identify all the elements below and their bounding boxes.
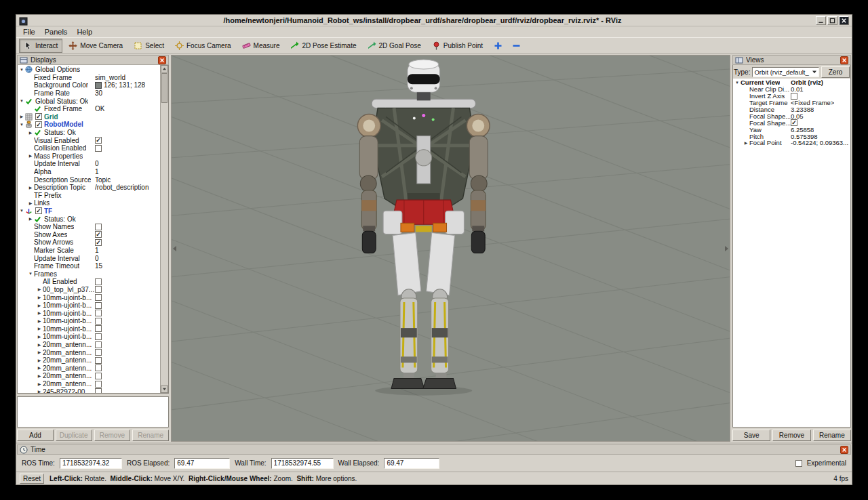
expand-arrow-icon[interactable]: ▶ xyxy=(36,349,43,356)
expand-arrow-icon[interactable]: ▶ xyxy=(743,140,749,146)
value-checkbox[interactable] xyxy=(95,310,102,316)
property-value[interactable]: 15 xyxy=(95,262,102,270)
collapse-right-panel-handle[interactable] xyxy=(725,246,728,251)
expand-arrow-icon[interactable]: ▶ xyxy=(36,357,43,364)
expand-arrow-icon[interactable]: ▶ xyxy=(36,333,43,340)
expand-arrow-icon[interactable]: ▶ xyxy=(27,129,34,136)
collapse-arrow-icon[interactable]: ▼ xyxy=(18,207,25,214)
displays-scrollbar[interactable] xyxy=(160,65,168,393)
tree-row[interactable]: Collision Enabled xyxy=(18,144,159,152)
tree-row[interactable]: Description SourceTopic xyxy=(18,175,159,184)
tree-row[interactable]: ▶10mm-ujoint-b... xyxy=(18,325,159,333)
enable-checkbox[interactable]: ✓ xyxy=(35,207,42,214)
tree-row[interactable]: ▶✓Grid xyxy=(18,113,159,121)
property-value[interactable]: 0.575398 xyxy=(791,133,818,140)
remove-tool-button[interactable] xyxy=(509,39,524,53)
3d-viewport[interactable] xyxy=(171,55,730,442)
property-value[interactable]: 126; 131; 128 xyxy=(104,81,145,89)
property-value[interactable]: 3.23388 xyxy=(791,106,814,113)
property-value[interactable]: 1 xyxy=(95,247,99,254)
tree-row[interactable]: ▶10mm-ujoint-b... xyxy=(18,333,159,341)
collapse-arrow-icon[interactable]: ▼ xyxy=(18,98,25,104)
views-remove-button[interactable]: Remove xyxy=(772,430,810,441)
collapse-left-panel-handle[interactable] xyxy=(173,246,176,251)
tree-row[interactable]: Fixed Framesim_world xyxy=(18,74,159,82)
value-checkbox[interactable] xyxy=(95,341,102,348)
value-checkbox[interactable] xyxy=(95,388,102,394)
tool-focus-camera[interactable]: Focus Camera xyxy=(170,39,236,53)
value-checkbox[interactable] xyxy=(95,357,102,364)
tool-measure[interactable]: Measure xyxy=(237,39,285,53)
enable-checkbox[interactable]: ✓ xyxy=(35,121,42,128)
displays-add-button[interactable]: Add xyxy=(17,430,54,441)
property-value[interactable]: 30 xyxy=(95,89,102,97)
tree-row[interactable]: Update Interval0 xyxy=(18,160,159,168)
expand-arrow-icon[interactable]: ▶ xyxy=(36,286,43,293)
expand-arrow-icon[interactable]: ▶ xyxy=(18,113,25,120)
tool-interact[interactable]: Interact xyxy=(19,39,62,53)
reset-button[interactable]: Reset xyxy=(20,474,44,484)
value-checkbox[interactable]: ✓ xyxy=(791,119,797,126)
property-value[interactable]: sim_world xyxy=(95,74,125,81)
tree-row[interactable]: ▼Frames xyxy=(18,270,159,278)
tree-row[interactable]: ▶20mm_antenn... xyxy=(18,348,159,356)
collapse-arrow-icon[interactable]: ▼ xyxy=(18,121,25,128)
tree-row[interactable]: ▶Description Topic/robot_description xyxy=(18,184,159,192)
tree-row[interactable]: ▶Links xyxy=(18,199,159,207)
tree-row[interactable]: Show Axes✓ xyxy=(18,230,159,238)
value-checkbox[interactable] xyxy=(95,349,102,356)
value-checkbox[interactable] xyxy=(95,145,102,152)
displays-panel-header[interactable]: Displays xyxy=(17,55,169,65)
tree-row[interactable]: ▶Status: Ok xyxy=(18,129,159,137)
menu-help[interactable]: Help xyxy=(72,27,97,37)
tree-row[interactable]: Alpha1 xyxy=(18,168,159,176)
tree-row[interactable]: ▼✓RobotModel xyxy=(18,121,159,129)
tree-row[interactable]: ▼✓TF xyxy=(18,207,159,215)
displays-rename-button[interactable]: Rename xyxy=(132,430,169,441)
tree-row[interactable]: ▶Mass Properties xyxy=(18,152,159,161)
expand-arrow-icon[interactable]: ▶ xyxy=(36,364,43,371)
tree-row[interactable]: ▶10mm-ujoint-b... xyxy=(18,309,159,317)
expand-arrow-icon[interactable]: ▶ xyxy=(27,200,34,207)
value-checkbox[interactable] xyxy=(95,373,102,379)
views-panel-header[interactable]: Views xyxy=(732,55,851,65)
tree-row[interactable]: ▼Global Options xyxy=(18,66,159,74)
tool-2d-pose-estimate[interactable]: 2D Pose Estimate xyxy=(285,39,361,53)
expand-arrow-icon[interactable]: ▶ xyxy=(36,381,43,388)
minimize-button[interactable] xyxy=(816,16,826,25)
tree-row[interactable]: ▶10mm-ujoint-b... xyxy=(18,301,159,310)
property-value[interactable]: 1 xyxy=(95,168,99,175)
scroll-up-icon[interactable] xyxy=(161,65,168,72)
property-value[interactable]: 6.25858 xyxy=(791,126,814,133)
tree-row[interactable]: ▶00_top_lvl_p37... xyxy=(18,286,159,294)
collapse-arrow-icon[interactable]: ▼ xyxy=(27,270,34,277)
expand-arrow-icon[interactable]: ▶ xyxy=(36,388,43,394)
expand-arrow-icon[interactable]: ▶ xyxy=(36,310,43,316)
time-field-input[interactable] xyxy=(384,458,439,469)
menu-file[interactable]: File xyxy=(18,27,40,37)
displays-panel-close-button[interactable] xyxy=(158,56,166,64)
tree-row[interactable]: ▶Status: Ok xyxy=(18,215,159,223)
value-checkbox[interactable]: ✓ xyxy=(95,239,102,246)
tree-row[interactable]: Show Arrows✓ xyxy=(18,238,159,247)
tree-row[interactable]: ▶20mm_antenn... xyxy=(18,341,159,349)
value-checkbox[interactable] xyxy=(791,93,797,100)
property-value[interactable]: <Fixed Frame> xyxy=(791,100,834,106)
maximize-button[interactable] xyxy=(827,16,837,25)
tool-2d-goal-pose[interactable]: 2D Goal Pose xyxy=(363,39,426,53)
scrollbar-thumb[interactable] xyxy=(161,73,167,103)
tree-row[interactable]: Frame Timeout15 xyxy=(18,262,159,270)
property-value[interactable]: 0 xyxy=(95,255,99,262)
value-checkbox[interactable] xyxy=(95,318,102,325)
property-value[interactable]: OK xyxy=(95,105,104,112)
time-field-input[interactable] xyxy=(174,458,230,469)
value-checkbox[interactable] xyxy=(95,302,102,309)
property-value[interactable]: 0.05 xyxy=(791,112,804,119)
tree-row[interactable]: ▶245-82972-00... xyxy=(18,388,159,394)
value-checkbox[interactable] xyxy=(95,381,102,388)
expand-arrow-icon[interactable]: ▶ xyxy=(27,215,34,222)
tree-row[interactable]: Background Color126; 131; 128 xyxy=(18,81,159,89)
expand-arrow-icon[interactable]: ▶ xyxy=(27,152,34,159)
expand-arrow-icon[interactable]: ▶ xyxy=(36,373,43,379)
displays-remove-button[interactable]: Remove xyxy=(94,430,131,441)
